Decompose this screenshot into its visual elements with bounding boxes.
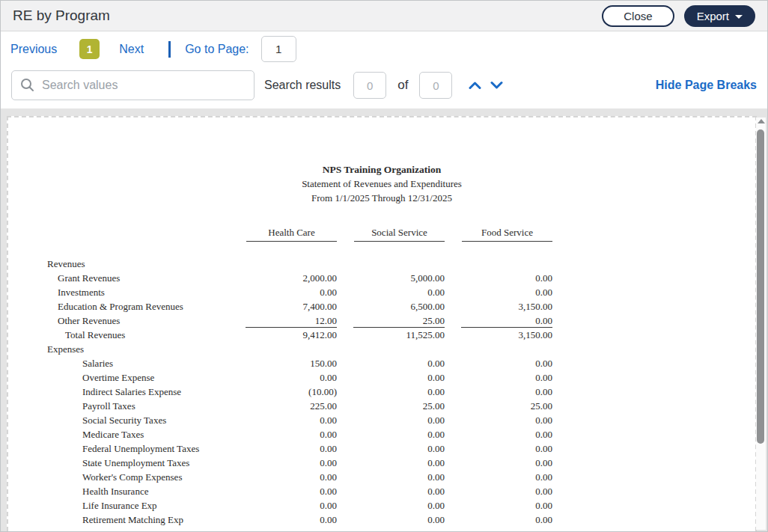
amount-cell: 0.00 — [229, 441, 337, 456]
account-label: Grant Revenues — [8, 271, 229, 285]
account-label: Overtime Expense — [8, 370, 229, 385]
amount-cell: 0.00 — [445, 385, 552, 399]
account-label: Education & Program Revenues — [8, 299, 229, 314]
pagination-bar: Previous 1 Next Go to Page: — [1, 31, 767, 67]
report-rows: RevenuesGrant Revenues2,000.005,000.000.… — [8, 257, 552, 527]
date-range: From 1/1/2025 Through 12/31/2025 — [8, 191, 755, 205]
account-row: Grant Revenues2,000.005,000.000.00 — [8, 271, 552, 285]
page-title: RE by Program — [13, 7, 110, 24]
amount-cell: 9,412.00 — [229, 328, 337, 342]
amount-cell: 6,500.00 — [337, 299, 445, 314]
column-header-spacer — [8, 227, 229, 242]
amount-cell: 12.00 — [229, 314, 337, 328]
account-label: Salaries — [8, 356, 229, 370]
amount-cell: 11,525.00 — [337, 328, 445, 342]
account-row: Overtime Expense0.000.000.00 — [8, 370, 552, 385]
account-label: Worker's Comp Expenses — [8, 470, 229, 484]
amount-cell: 0.00 — [445, 513, 552, 527]
organization-name: NPS Training Organization — [8, 162, 755, 177]
amount-cell: 0.00 — [229, 498, 337, 513]
amount-cell: 25.00 — [337, 314, 445, 328]
account-row: Other Revenues12.0025.000.00 — [8, 314, 552, 328]
of-label: of — [397, 78, 408, 93]
account-row: Federal Unemployment Taxes0.000.000.00 — [8, 441, 552, 456]
account-row: Medicare Taxes0.000.000.00 — [8, 427, 552, 441]
next-result-button[interactable] — [490, 81, 503, 90]
hide-page-breaks-link[interactable]: Hide Page Breaks — [656, 79, 757, 92]
goto-page-input[interactable] — [261, 36, 296, 62]
report-viewport: NPS Training Organization Statement of R… — [1, 108, 767, 531]
amount-cell: 0.00 — [445, 413, 552, 427]
vertical-scrollbar[interactable] — [756, 117, 766, 530]
search-results-label: Search results — [264, 79, 341, 92]
report-page: NPS Training Organization Statement of R… — [7, 116, 757, 531]
amount-cell — [229, 257, 337, 271]
amount-cell: 0.00 — [229, 484, 337, 498]
amount-cell: 0.00 — [229, 513, 337, 527]
next-page-link[interactable]: Next — [119, 43, 144, 56]
amount-cell: 0.00 — [445, 370, 552, 385]
amount-cell: 0.00 — [337, 385, 445, 399]
current-page-badge[interactable]: 1 — [79, 39, 100, 59]
amount-cell: 0.00 — [445, 427, 552, 441]
statement-title: Statement of Revenues and Expenditures — [8, 177, 755, 191]
amount-cell: 0.00 — [337, 456, 445, 470]
previous-result-button[interactable] — [469, 81, 481, 90]
account-row: Total Revenues9,412.0011,525.003,150.00 — [8, 328, 552, 342]
chevron-down-icon — [490, 81, 503, 90]
scrollbar-thumb[interactable] — [757, 129, 764, 444]
amount-cell — [337, 342, 445, 356]
account-label: Investments — [8, 285, 229, 299]
amount-cell: 150.00 — [229, 356, 337, 370]
amount-cell: 0.00 — [445, 356, 552, 370]
report-viewer-window: RE by Program Close Export Previous 1 Ne… — [0, 0, 768, 532]
amount-cell: 2,000.00 — [229, 271, 337, 285]
amount-cell: 0.00 — [229, 456, 337, 470]
account-row: Social Security Taxes0.000.000.00 — [8, 413, 552, 427]
export-button[interactable]: Export — [684, 5, 755, 27]
close-button[interactable]: Close — [602, 5, 674, 27]
search-input[interactable] — [11, 70, 255, 100]
account-row: Salaries150.000.000.00 — [8, 356, 552, 370]
goto-page-label: Go to Page: — [185, 43, 249, 56]
search-bar: Search results of Hide Page Breaks — [1, 67, 767, 108]
amount-cell — [445, 342, 552, 356]
amount-cell: 0.00 — [229, 427, 337, 441]
amount-cell: 0.00 — [337, 498, 445, 513]
scroll-up-icon[interactable] — [758, 119, 765, 123]
account-label: Payroll Taxes — [8, 399, 229, 413]
amount-cell: 0.00 — [445, 441, 552, 456]
account-row: Worker's Comp Expenses0.000.000.00 — [8, 470, 552, 484]
amount-cell: 225.00 — [229, 399, 337, 413]
account-label: State Unemployment Taxes — [8, 456, 229, 470]
account-row: Investments0.000.000.00 — [8, 285, 552, 299]
current-result-input[interactable] — [353, 72, 386, 99]
report-header: NPS Training Organization Statement of R… — [8, 162, 755, 205]
amount-cell: 25.00 — [337, 399, 445, 413]
pagination-divider — [168, 41, 171, 58]
amount-cell: 0.00 — [445, 271, 552, 285]
amount-cell: 3,150.00 — [445, 299, 552, 314]
account-label: Expenses — [8, 342, 229, 356]
amount-cell: 0.00 — [337, 470, 445, 484]
total-results-input[interactable] — [419, 72, 452, 99]
caret-down-icon — [735, 15, 743, 19]
account-label: Life Insurance Exp — [8, 498, 229, 513]
amount-cell: 0.00 — [337, 484, 445, 498]
account-label: Social Security Taxes — [8, 413, 229, 427]
column-header-label: Health Care — [246, 227, 337, 242]
top-bar: RE by Program Close Export — [1, 1, 767, 31]
export-button-label: Export — [697, 10, 729, 22]
report-table: Health Care Social Service Food Service … — [8, 227, 552, 527]
account-label: Other Revenues — [8, 314, 229, 328]
amount-cell: 0.00 — [445, 498, 552, 513]
column-header-cell: Health Care — [229, 227, 337, 242]
account-row: Indirect Salaries Expense(10.00)0.000.00 — [8, 385, 552, 399]
amount-cell: 3,150.00 — [445, 328, 552, 342]
account-label: Health Insurance — [8, 484, 229, 498]
search-icon — [20, 78, 34, 92]
account-label: Total Revenues — [8, 328, 229, 342]
account-row: Health Insurance0.000.000.00 — [8, 484, 552, 498]
account-row: Education & Program Revenues7,400.006,50… — [8, 299, 552, 314]
previous-page-link[interactable]: Previous — [10, 43, 57, 56]
